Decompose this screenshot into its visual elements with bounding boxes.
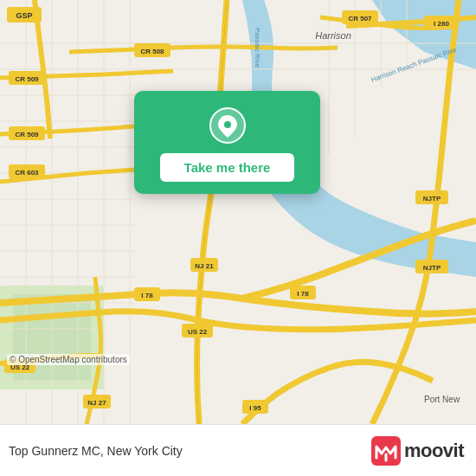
svg-text:I 78: I 78 [297, 290, 309, 298]
svg-text:I 95: I 95 [249, 404, 261, 412]
svg-text:CR 603: CR 603 [15, 169, 39, 177]
bottom-bar: Top Gunnerz MC, New York City moovit [0, 424, 476, 476]
svg-text:Harrison: Harrison [315, 30, 351, 41]
svg-text:I 78: I 78 [141, 292, 153, 299]
take-me-there-button[interactable]: Take me there [160, 153, 295, 182]
svg-point-63 [224, 121, 231, 128]
location-label: Top Gunnerz MC, New York City [9, 444, 183, 458]
svg-text:CR 508: CR 508 [140, 48, 164, 55]
pin-icon [209, 106, 247, 145]
svg-text:CR 509: CR 509 [15, 75, 39, 83]
svg-text:NJTP: NJTP [423, 264, 441, 272]
svg-text:Passaic Rive: Passaic Rive [254, 28, 261, 68]
location-card: Take me there [134, 91, 320, 194]
osm-attribution: © OpenStreetMap contributors [7, 354, 130, 365]
svg-text:I 280: I 280 [434, 20, 449, 28]
svg-text:GSP: GSP [16, 11, 32, 20]
svg-text:NJ 21: NJ 21 [195, 262, 214, 270]
svg-text:US 22: US 22 [188, 328, 208, 336]
moovit-logo: moovit [371, 436, 464, 466]
moovit-m-icon [371, 436, 401, 466]
svg-text:CR 507: CR 507 [348, 15, 372, 23]
map-container: GSP CR 509 CR 508 CR 507 I 280 CR 509 CR… [0, 0, 476, 424]
svg-text:CR 509: CR 509 [15, 131, 39, 138]
moovit-text: moovit [404, 440, 464, 462]
svg-text:NJ 27: NJ 27 [87, 399, 106, 407]
svg-text:NJTP: NJTP [423, 195, 441, 203]
svg-text:Port New: Port New [424, 395, 460, 404]
